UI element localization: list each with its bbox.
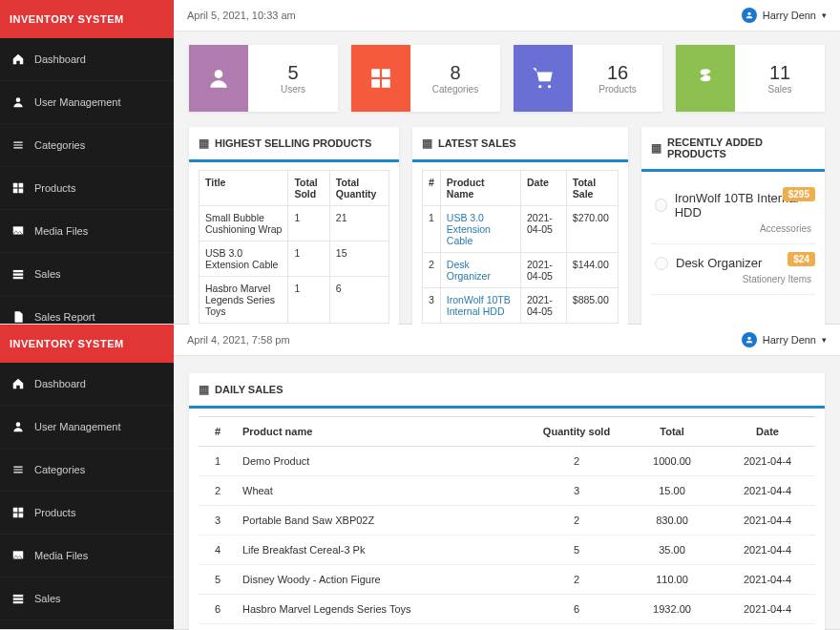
sidebar-item-dashboard[interactable]: Dashboard <box>0 363 174 406</box>
stat-card-users[interactable]: 5Users <box>189 45 338 112</box>
list-icon <box>11 133 25 158</box>
svg-point-15 <box>538 85 541 88</box>
sidebar-item-label: Products <box>34 182 75 194</box>
topbar: April 5, 2021, 10:33 am Harry Denn ▾ <box>174 0 840 32</box>
svg-rect-18 <box>13 508 18 513</box>
panel-highest-selling: HIGHEST SELLING PRODUCTS TitleTotal Sold… <box>189 127 399 331</box>
panel-recent-products: RECENTLY ADDED PRODUCTS IronWolf 10TB In… <box>641 127 825 331</box>
stat-value: 16 <box>573 62 662 84</box>
table-row: 5Disney Woody - Action Figure2110.002021… <box>199 565 815 595</box>
sidebar-item-media-files[interactable]: Media Files <box>0 535 174 578</box>
sidebar-item-products[interactable]: Products <box>0 167 174 210</box>
user-name: Harry Denn <box>763 10 816 21</box>
sidebar-item-label: Sales <box>34 268 61 280</box>
sidebar-item-label: Media Files <box>34 225 88 237</box>
table-row: 7Classic Desktop Tape Dispenser 38550.00… <box>199 624 815 631</box>
table-row: USB 3.0 Extension Cable115 <box>200 242 389 277</box>
user-menu[interactable]: Harry Denn ▾ <box>742 332 827 347</box>
grid-icon <box>11 500 25 525</box>
product-link[interactable]: Desk Organizer <box>447 259 491 282</box>
stat-label: Users <box>248 84 338 94</box>
sidebar-item-sales[interactable]: Sales <box>0 578 174 620</box>
stat-label: Categories <box>410 84 500 94</box>
home-icon <box>11 371 25 396</box>
svg-point-17 <box>16 422 21 427</box>
topbar: April 4, 2021, 7:58 pm Harry Denn ▾ <box>174 325 840 356</box>
svg-point-0 <box>16 97 21 102</box>
product-link[interactable]: USB 3.0 Extension Cable <box>447 212 491 246</box>
svg-rect-8 <box>13 277 24 279</box>
panel-title: LATEST SALES <box>438 137 516 149</box>
svg-point-26 <box>747 337 750 340</box>
table-row: Hasbro Marvel Legends Series Toys16 <box>200 277 389 324</box>
svg-rect-4 <box>19 189 24 194</box>
stat-card-categories[interactable]: 8Categories <box>351 45 500 112</box>
svg-rect-19 <box>19 508 24 513</box>
sidebar-item-products[interactable]: Products <box>0 492 174 535</box>
sidebar-item-sales-report[interactable]: Sales Report <box>0 620 174 630</box>
stat-value: 5 <box>248 62 338 84</box>
avatar-icon <box>742 332 757 347</box>
chevron-down-icon: ▾ <box>822 335 827 345</box>
brand-logo: INVENTORY SYSTEM <box>0 325 174 363</box>
list-item[interactable]: Desk Organizer$24Stationery Items <box>651 244 815 295</box>
datetime-label: April 4, 2021, 7:58 pm <box>187 334 290 346</box>
sidebar-item-label: Media Files <box>34 550 88 561</box>
thumb-icon <box>655 257 668 270</box>
panel-latest-sales: LATEST SALES #Product NameDateTotal Sale… <box>412 127 628 331</box>
user-icon <box>189 45 248 112</box>
col-title: Title <box>200 171 288 206</box>
col-total: Total Sale <box>566 171 618 206</box>
svg-rect-14 <box>382 79 390 88</box>
sidebar-item-media-files[interactable]: Media Files <box>0 210 174 253</box>
svg-rect-24 <box>13 598 24 599</box>
svg-rect-3 <box>13 189 18 194</box>
stat-card-products[interactable]: 16Products <box>514 45 662 112</box>
grid-icon <box>351 45 410 112</box>
table-row: 1Demo Product21000.002021-04-4 <box>199 447 815 476</box>
col-date: Date <box>520 171 566 206</box>
stat-card-sales[interactable]: 11Sales <box>676 45 825 112</box>
sidebar-item-categories[interactable]: Categories <box>0 124 174 167</box>
sidebar-item-label: Dashboard <box>34 53 86 65</box>
brand-logo: INVENTORY SYSTEM <box>0 0 174 38</box>
list-item[interactable]: IronWolf 10TB Internal HDD$295Accessorie… <box>651 179 815 244</box>
grid-icon <box>422 136 432 150</box>
svg-rect-20 <box>13 514 18 518</box>
sidebar-item-user-management[interactable]: User Management <box>0 81 174 124</box>
table-row: 3Portable Band Saw XBP02Z2830.002021-04-… <box>199 506 815 536</box>
category-label: Stationery Items <box>655 274 811 284</box>
list-icon <box>11 457 25 482</box>
stat-label: Products <box>573 84 662 94</box>
stat-label: Sales <box>735 84 825 94</box>
panel-title: RECENTLY ADDED PRODUCTS <box>667 136 815 159</box>
media-icon <box>11 543 25 568</box>
sidebar-item-label: Sales Report <box>34 311 95 323</box>
table-row: 2Desk Organizer2021-04-05$144.00 <box>423 253 619 288</box>
sales-icon <box>11 586 25 611</box>
product-link[interactable]: IronWolf 10TB Internal HDD <box>447 294 511 317</box>
sidebar-item-sales[interactable]: Sales <box>0 253 174 296</box>
sidebar: INVENTORY SYSTEM DashboardUser Managemen… <box>0 325 174 629</box>
col-qty: Quantity sold <box>529 417 624 447</box>
user-icon <box>11 414 25 439</box>
user-menu[interactable]: Harry Denn ▾ <box>742 8 827 23</box>
svg-rect-25 <box>13 601 24 603</box>
table-row: 3IronWolf 10TB Internal HDD2021-04-05$88… <box>423 288 619 324</box>
table-row: 6Hasbro Marvel Legends Series Toys61932.… <box>199 595 815 624</box>
sidebar-item-categories[interactable]: Categories <box>0 449 174 492</box>
cart-icon <box>514 45 573 112</box>
col-name: Product name <box>237 417 529 447</box>
sidebar-item-label: Categories <box>34 139 85 151</box>
sidebar: INVENTORY SYSTEM DashboardUser Managemen… <box>0 0 174 324</box>
sidebar-item-label: Categories <box>34 464 85 475</box>
col-total: Total <box>624 417 720 447</box>
svg-rect-1 <box>13 183 18 188</box>
panel-title: DAILY SALES <box>215 384 284 395</box>
sidebar-item-label: Dashboard <box>34 378 86 389</box>
svg-point-9 <box>747 12 750 15</box>
sidebar-item-label: User Management <box>34 96 121 108</box>
sales-icon <box>11 262 25 286</box>
sidebar-item-dashboard[interactable]: Dashboard <box>0 38 174 81</box>
sidebar-item-user-management[interactable]: User Management <box>0 406 174 449</box>
